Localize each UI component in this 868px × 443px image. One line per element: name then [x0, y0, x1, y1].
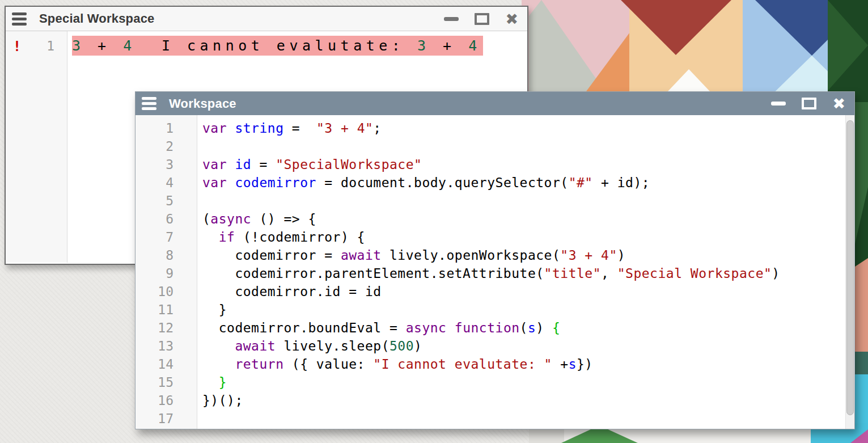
code-line[interactable]: codemirror.id = id [202, 282, 854, 301]
line-number: 12 [136, 320, 197, 335]
minimize-icon [771, 102, 786, 106]
wallpaper-triangle [855, 258, 868, 352]
workspace-titlebar[interactable]: Workspace ✖ [136, 92, 854, 115]
maximize-button[interactable] [802, 98, 816, 109]
code-line[interactable]: 3 + 4 I cannot evalutate: 3 + 4 [72, 36, 527, 56]
code-line[interactable] [202, 137, 854, 155]
line-number: 3 [136, 157, 197, 172]
hamburger-icon [12, 12, 27, 15]
gutter-line[interactable]: 11 [136, 301, 197, 319]
line-number: 15 [136, 375, 197, 390]
line-number: 17 [136, 411, 197, 426]
gutter-line[interactable]: 2 [136, 137, 197, 155]
code-line[interactable]: var id = "SpecialWorkspace" [202, 155, 854, 174]
close-button[interactable]: ✖ [505, 11, 518, 27]
gutter-line[interactable]: 16 [136, 391, 197, 410]
gutter-line[interactable]: 10 [136, 282, 197, 301]
error-highlight: 3 + 4 I cannot evalutate: 3 + 4 [72, 36, 483, 56]
hamburger-menu-button[interactable] [12, 12, 27, 26]
code-line[interactable]: var string = "3 + 4"; [202, 119, 854, 137]
gutter-line[interactable]: 13 [136, 337, 197, 355]
code-line[interactable]: (async () => { [202, 210, 854, 228]
wallpaper-triangle [855, 374, 868, 429]
code-line[interactable]: } [202, 373, 854, 391]
maximize-icon [802, 98, 816, 109]
window-controls: ✖ [771, 96, 845, 111]
line-number: 6 [136, 212, 197, 226]
scrollbar-thumb[interactable] [846, 120, 854, 415]
line-number: 16 [136, 393, 197, 408]
code-line[interactable] [202, 192, 854, 210]
minimize-icon [444, 17, 459, 21]
line-number: 1 [28, 39, 54, 53]
line-number: 9 [136, 266, 197, 281]
line-number: 5 [136, 193, 197, 208]
window-title: Workspace [169, 96, 236, 111]
gutter-line[interactable]: !1 [6, 36, 67, 56]
gutter-line[interactable]: 17 [136, 410, 197, 428]
hamburger-icon [142, 97, 156, 100]
gutter-line[interactable]: 12 [136, 319, 197, 337]
minimize-button[interactable] [444, 17, 459, 21]
gutter-line[interactable]: 6 [136, 210, 197, 228]
line-number: 2 [136, 139, 197, 154]
line-number: 8 [136, 248, 197, 263]
gutter-line[interactable]: 8 [136, 246, 197, 264]
editor-gutter[interactable]: 1234567891011121314151617 [136, 115, 197, 429]
line-number: 11 [136, 302, 197, 317]
close-icon: ✖ [832, 96, 845, 111]
close-button[interactable]: ✖ [832, 96, 845, 111]
gutter-line[interactable]: 9 [136, 264, 197, 282]
line-number: 4 [136, 175, 197, 190]
close-icon: ✖ [505, 11, 518, 27]
gutter-line[interactable]: 14 [136, 355, 197, 373]
gutter-line[interactable]: 5 [136, 192, 197, 210]
line-number: 13 [136, 339, 197, 353]
line-number: 7 [136, 230, 197, 244]
maximize-icon [475, 13, 489, 25]
code-line[interactable]: await lively.sleep(500) [202, 337, 854, 355]
workspace-window: Workspace ✖ 1234567891011121314151617 va… [135, 91, 855, 429]
gutter-line[interactable]: 15 [136, 373, 197, 391]
special-workspace-titlebar[interactable]: Special Workspace ✖ [6, 7, 527, 31]
wallpaper-triangle [855, 352, 868, 374]
code-line[interactable] [202, 410, 854, 428]
code-line[interactable]: })(); [202, 391, 854, 410]
workspace-editor[interactable]: 1234567891011121314151617 var string = "… [136, 115, 854, 429]
window-controls: ✖ [444, 11, 518, 27]
code-editor[interactable]: var string = "3 + 4";var id = "SpecialWo… [197, 115, 854, 429]
gutter-line[interactable]: 1 [136, 119, 197, 137]
code-line[interactable]: codemirror.boundEval = async function(s)… [202, 319, 854, 337]
editor-gutter[interactable]: !1 [6, 31, 67, 263]
line-number: 14 [136, 357, 197, 372]
maximize-button[interactable] [475, 13, 489, 25]
code-line[interactable]: codemirror.parentElement.setAttribute("t… [202, 264, 854, 282]
minimize-button[interactable] [771, 102, 786, 106]
gutter-line[interactable]: 3 [136, 155, 197, 174]
code-line[interactable]: if (!codemirror) { [202, 228, 854, 246]
code-line[interactable]: return ({ value: "I cannot evalutate: " … [202, 355, 854, 373]
code-line[interactable]: var codemirror = document.body.querySele… [202, 174, 854, 192]
error-marker-icon: ! [6, 38, 28, 54]
hamburger-menu-button[interactable] [142, 97, 156, 110]
line-number: 10 [136, 284, 197, 299]
gutter-line[interactable]: 7 [136, 228, 197, 246]
desktop: { "colors": { "desktop_bg": "#eae9e6", "… [0, 0, 868, 443]
code-line[interactable]: codemirror = await lively.openWorkspace(… [202, 246, 854, 264]
window-title: Special Workspace [39, 11, 155, 26]
code-line[interactable]: } [202, 301, 854, 319]
gutter-line[interactable]: 4 [136, 174, 197, 192]
vertical-scrollbar[interactable] [845, 115, 854, 429]
line-number: 1 [136, 121, 197, 136]
